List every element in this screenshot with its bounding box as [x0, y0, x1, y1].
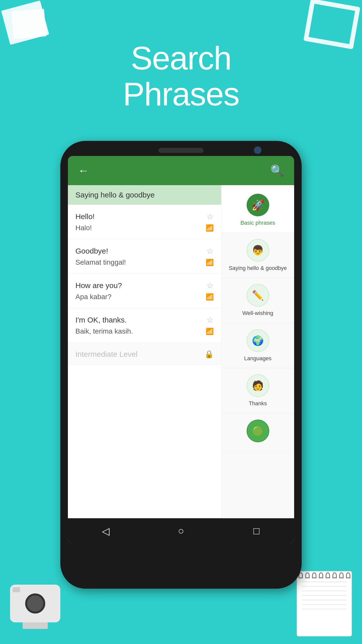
phone-camera	[254, 146, 261, 154]
phrase-translation-imok: Baik, terima kasih.	[75, 327, 133, 335]
audio-imok[interactable]: 📶	[206, 328, 214, 335]
phrase-translation-goodbye: Selamat tinggal!	[75, 258, 126, 266]
phone-device: ← 🔍 Saying hello & goodbye Hello! ☆	[60, 141, 302, 589]
audio-hello[interactable]: 📶	[206, 224, 214, 232]
saying-hello-label: Saying hello & goodbye	[229, 265, 287, 272]
basic-phrases-icon: 🚀	[247, 194, 269, 216]
star-hello[interactable]: ☆	[206, 212, 214, 221]
search-button[interactable]: 🔍	[270, 164, 284, 177]
nav-recent-icon: □	[253, 525, 259, 537]
sidebar-item-basic-phrases[interactable]: 🚀 Basic phrases	[221, 188, 294, 233]
deco-camera	[10, 585, 60, 629]
phrase-item-howareyou[interactable]: How are you? ☆ Apa kabar? 📶	[68, 274, 221, 308]
screen-content: Saying hello & goodbye Hello! ☆ Halo! 📶	[68, 185, 294, 518]
category-header-label: Saying hello & goodbye	[75, 191, 155, 199]
phrase-list: Saying hello & goodbye Hello! ☆ Halo! 📶	[68, 185, 221, 518]
phrase-english-hello: Hello!	[75, 212, 95, 221]
phrase-english-goodbye: Goodbye!	[75, 247, 108, 255]
star-goodbye[interactable]: ☆	[206, 246, 214, 256]
well-wishing-label: Well-wishing	[242, 310, 273, 317]
phone-speaker	[158, 148, 204, 153]
sidebar-item-more[interactable]: 🟢	[221, 414, 294, 452]
star-imok[interactable]: ☆	[206, 315, 214, 325]
nav-home-icon: ○	[178, 525, 184, 537]
languages-icon: 🌍	[247, 329, 269, 352]
phrase-item-goodbye[interactable]: Goodbye! ☆ Selamat tinggal! 📶	[68, 239, 221, 274]
phrase-item-locked: Intermediate Level 🔒	[68, 343, 221, 365]
back-button[interactable]: ←	[78, 164, 89, 177]
nav-back-icon: ◁	[102, 525, 110, 537]
page-title: Search Phrases	[0, 40, 362, 112]
basic-phrases-label: Basic phrases	[240, 219, 275, 227]
phone-screen: ← 🔍 Saying hello & goodbye Hello! ☆	[68, 156, 294, 543]
phrase-english-imok: I'm OK, thanks.	[75, 316, 127, 324]
category-sidebar: 🚀 Basic phrases 👦 Saying hello & goodbye	[221, 185, 294, 518]
deco-notebook	[297, 571, 352, 636]
thanks-label: Thanks	[249, 400, 267, 407]
phrase-english-howareyou: How are you?	[75, 281, 122, 290]
sidebar-item-well-wishing[interactable]: ✏️ Well-wishing	[221, 278, 294, 323]
phrase-translation-howareyou: Apa kabar?	[75, 293, 111, 301]
app-bar: ← 🔍	[68, 156, 294, 185]
sidebar-item-thanks[interactable]: 🧑 Thanks	[221, 368, 294, 414]
deco-paper-2	[11, 9, 46, 39]
phrase-item-hello[interactable]: Hello! ☆ Halo! 📶	[68, 205, 221, 239]
sidebar-item-languages[interactable]: 🌍 Languages	[221, 323, 294, 369]
nav-recent-button[interactable]: □	[249, 524, 264, 539]
audio-howareyou[interactable]: 📶	[206, 293, 214, 301]
nav-home-button[interactable]: ○	[173, 524, 189, 539]
audio-goodbye[interactable]: 📶	[206, 259, 214, 266]
well-wishing-icon: ✏️	[247, 284, 269, 307]
saying-hello-icon: 👦	[247, 239, 269, 262]
phrase-item-imok[interactable]: I'm OK, thanks. ☆ Baik, terima kasih. 📶	[68, 308, 221, 343]
lock-icon: 🔒	[204, 350, 214, 358]
category-header: Saying hello & goodbye	[68, 185, 221, 205]
sidebar-item-saying-hello[interactable]: 👦 Saying hello & goodbye	[221, 233, 294, 278]
languages-label: Languages	[244, 355, 272, 362]
more-icon: 🟢	[247, 420, 269, 442]
phrase-translation-hello: Halo!	[75, 224, 92, 232]
nav-back-button[interactable]: ◁	[98, 524, 113, 539]
star-howareyou[interactable]: ☆	[206, 281, 214, 290]
locked-label: Intermediate Level	[75, 350, 138, 358]
bottom-nav: ◁ ○ □	[68, 518, 294, 543]
thanks-icon: 🧑	[247, 374, 269, 397]
